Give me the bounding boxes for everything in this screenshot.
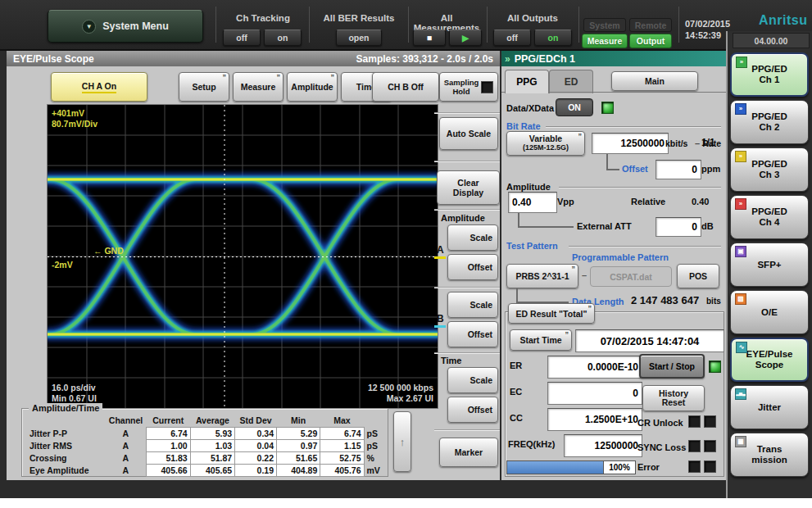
- label-line1: Trans: [757, 444, 783, 455]
- channel-a-marker-label: A: [437, 244, 444, 256]
- divider: [434, 429, 500, 431]
- data-xdata-on-button[interactable]: ON: [556, 98, 593, 116]
- start-time-button[interactable]: Start Time: [510, 329, 572, 351]
- label-line1: EYE/Pulse: [746, 349, 793, 360]
- function-sidebar: 04.00.00 » PPG/ED Ch 1 » PPG/ED Ch 2 » P…: [726, 31, 812, 498]
- bit-rate-variable-button[interactable]: Variable (125M-12.5G): [506, 131, 585, 156]
- scope-title: EYE/Pulse Scope: [13, 53, 94, 65]
- data-length-unit: bits: [706, 297, 721, 306]
- external-att-field[interactable]: 0: [655, 217, 701, 237]
- att-connector: [518, 213, 574, 228]
- all-outputs-off-button[interactable]: off: [493, 29, 531, 46]
- variable-label: Variable: [523, 134, 569, 143]
- sidebar-item-transmission[interactable]: ▦ Trans mission: [730, 433, 809, 477]
- bit-rate-offset-field[interactable]: 0: [655, 160, 701, 179]
- ch-b-off-button[interactable]: CH B Off: [372, 72, 439, 102]
- label-line1: PPG/ED: [751, 206, 787, 217]
- divider: [434, 209, 500, 211]
- sidebar-item-eye-pulse-scope[interactable]: ∿ EYE/Pulse Scope: [730, 338, 809, 382]
- tab-ed[interactable]: ED: [549, 70, 593, 93]
- oe-icon: ▨: [735, 293, 746, 305]
- ed-result-total-button[interactable]: ED Result "Total": [508, 303, 595, 324]
- tab-ppg[interactable]: PPG: [505, 70, 549, 93]
- system-menu-button[interactable]: ▼ System Menu: [48, 10, 203, 43]
- progress-value: 100%: [603, 460, 636, 474]
- att-unit: dB: [701, 221, 714, 231]
- ppg-ed-ch1-panel: » PPG/EDCh 1 PPG ED Main Data/XData ON B…: [501, 51, 726, 480]
- divider: [487, 7, 488, 43]
- amplitude-scale-b-button[interactable]: Scale: [447, 292, 498, 318]
- history-reset-button[interactable]: History Reset: [642, 385, 705, 411]
- sidebar-item-ppg-ed-ch4[interactable]: » PPG/ED Ch 4: [730, 195, 809, 239]
- label-line1: PPG/ED: [751, 64, 787, 75]
- amplitude-time-legend: Amplitude/Time: [29, 403, 102, 413]
- amplitude-offset-b-button[interactable]: Offset: [447, 321, 498, 347]
- chevrons-icon: »: [505, 53, 510, 65]
- pattern-file-button[interactable]: CSPAT.dat: [590, 266, 672, 287]
- sync-loss-lamp-1: [688, 440, 701, 452]
- all-measurements-stop-button[interactable]: ■: [413, 29, 446, 46]
- ch-a-on-button[interactable]: CH A On: [51, 72, 147, 102]
- bit-rate-field[interactable]: 12500000: [592, 133, 669, 154]
- all-measurements-start-button[interactable]: ▶: [449, 29, 482, 46]
- sidebar-item-ppg-ed-ch1[interactable]: » PPG/ED Ch 1: [730, 52, 809, 97]
- col-average: Average: [190, 415, 235, 428]
- measure-button[interactable]: Measure: [233, 72, 284, 102]
- amplitude-button[interactable]: Amplitude: [287, 72, 338, 102]
- er-field[interactable]: 0.0000E-10: [547, 356, 642, 379]
- divider: [546, 126, 721, 128]
- sidebar-item-oe[interactable]: ▨ O/E: [730, 290, 809, 334]
- setup-button[interactable]: Setup: [179, 72, 229, 102]
- time-offset-button[interactable]: Offset: [447, 397, 498, 423]
- measurement-table: Channel Current Average Std Dev Min Max …: [27, 415, 388, 477]
- amplitude-field[interactable]: 0.40: [508, 192, 557, 213]
- gnd-label: ← GND: [93, 246, 124, 256]
- marker-button[interactable]: Marker: [439, 438, 498, 467]
- ui-max-label: Max 2.67 UI: [387, 393, 433, 403]
- cc-field[interactable]: 1.2500E+10: [547, 408, 642, 431]
- col-min: Min: [277, 415, 320, 428]
- all-outputs-on-button[interactable]: on: [534, 29, 572, 46]
- sampling-hold-label: Sampling Hold: [444, 78, 479, 96]
- amplitude-offset-a-button[interactable]: Offset: [447, 254, 498, 280]
- clear-display-button[interactable]: Clear Display: [437, 170, 500, 205]
- label-line1: PPG/ED: [751, 111, 787, 122]
- ch-tracking-on-button[interactable]: on: [264, 29, 302, 46]
- version-label: 04.00.00: [733, 33, 810, 48]
- bit-rate-unit: kbit/s: [665, 138, 687, 148]
- ch-tracking-off-button[interactable]: off: [223, 29, 261, 46]
- main-button[interactable]: Main: [611, 71, 698, 91]
- scroll-up-button[interactable]: ↑: [393, 411, 411, 472]
- label-line2: Ch 3: [760, 170, 780, 180]
- sidebar-item-ppg-ed-ch3[interactable]: » PPG/ED Ch 3: [730, 147, 809, 192]
- sidebar-item-jitter[interactable]: ▂▅▃ Jitter: [730, 385, 809, 429]
- time-scale-button[interactable]: Scale: [447, 367, 498, 393]
- start-time-field[interactable]: 07/02/2015 14:47:04: [575, 329, 724, 352]
- cc-label: CC: [510, 413, 523, 423]
- start-stop-button[interactable]: Start / Stop: [639, 354, 705, 379]
- label-line2: mission: [751, 455, 787, 465]
- prbs-pattern-button[interactable]: PRBS 2^31-1: [506, 264, 578, 288]
- bitrate-label: 12 500 000 kbps: [368, 383, 433, 392]
- start-stop-lamp: [709, 361, 721, 373]
- ppg-ed-ch1-icon: »: [736, 57, 747, 68]
- ppg-ed-title: PPG/EDCh 1: [515, 53, 575, 65]
- amplitude-scale-a-button[interactable]: Scale: [447, 225, 498, 251]
- freq-field[interactable]: 12500000: [564, 434, 642, 457]
- label-line1: O/E: [761, 307, 778, 318]
- test-pattern-label: Test Pattern: [506, 241, 558, 251]
- external-att-label: External ATT: [577, 221, 632, 231]
- sidebar-item-ppg-ed-ch2[interactable]: » PPG/ED Ch 2: [730, 100, 809, 144]
- sampling-hold-button[interactable]: Sampling Hold: [439, 72, 498, 102]
- all-ber-open-button[interactable]: open: [336, 29, 382, 46]
- rate-separator: –: [695, 138, 700, 148]
- error-label: Error: [637, 462, 660, 472]
- ui-min-label: Min 0.67 UI: [52, 393, 97, 403]
- pos-button[interactable]: POS: [677, 264, 719, 288]
- amplitude-group-label: Amplitude: [441, 213, 485, 223]
- output-indicator: Output: [629, 34, 672, 48]
- sidebar-item-sfp[interactable]: ▣ SFP+: [730, 243, 809, 287]
- auto-scale-button[interactable]: Auto Scale: [439, 117, 498, 150]
- ec-field[interactable]: 0: [547, 382, 642, 405]
- measure-indicator: Measure: [582, 34, 628, 48]
